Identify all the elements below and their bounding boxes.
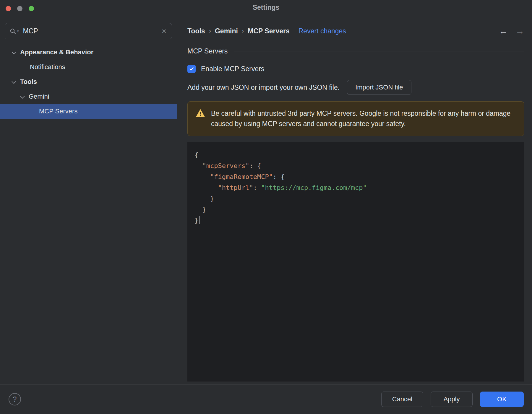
enable-mcp-servers-checkbox[interactable] [187,65,196,73]
chevron-down-icon[interactable] [12,50,16,54]
history-navigation: ← → [499,27,524,35]
search-input[interactable] [23,27,161,35]
sidebar-item-mcp-servers[interactable]: MCP Servers [0,104,177,119]
settings-tree: Appearance & Behavior Notifications Tool… [0,45,177,119]
code-line: } [194,193,517,204]
text-cursor [199,216,200,224]
sidebar-item-label: Appearance & Behavior [20,48,93,56]
json-punctuation: } [194,195,214,202]
code-line: "figmaRemoteMCP": { [194,171,517,182]
chevron-down-icon[interactable] [20,94,25,99]
window-title: Settings [0,4,532,12]
json-punctuation: : { [249,162,261,169]
breadcrumb-mcp-servers: MCP Servers [248,27,290,35]
chevron-down-icon: ▾ [17,29,19,33]
section-title: MCP Servers [187,47,228,55]
search-icon [10,28,16,35]
help-button[interactable]: ? [9,393,21,405]
warning-text: Be careful with untrusted 3rd party MCP … [211,108,516,129]
json-key: "httpUrl" [194,184,253,191]
add-json-text: Add your own JSON or import your own JSO… [187,84,340,92]
section-divider [234,51,524,51]
breadcrumb-separator-icon: › [209,27,211,35]
code-line: { [194,149,517,160]
json-punctuation: : { [273,173,285,180]
breadcrumb-separator-icon: › [242,27,244,35]
code-line: } [194,215,517,226]
json-punctuation: } [194,206,206,213]
sidebar-item-tools[interactable]: Tools [0,74,177,89]
apply-button[interactable]: Apply [431,392,473,407]
settings-window: Settings ▾ × Appearance & Behavior [0,0,532,414]
add-json-row: Add your own JSON or import your own JSO… [187,80,524,95]
ok-button[interactable]: OK [480,392,524,407]
dialog-buttons: Cancel Apply OK [381,392,524,407]
json-string-value: "https://mcp.figma.com/mcp" [261,184,367,191]
settings-sidebar: ▾ × Appearance & Behavior Notifications … [0,17,177,384]
sidebar-item-label: MCP Servers [39,107,77,115]
revert-changes-link[interactable]: Revert changes [299,27,346,35]
enable-mcp-servers-row[interactable]: Enable MCP Servers [187,65,524,73]
code-line: "httpUrl": "https://mcp.figma.com/mcp" [194,182,517,193]
section-header: MCP Servers [187,47,524,55]
sidebar-item-gemini[interactable]: Gemini [0,89,177,104]
forward-arrow-icon[interactable]: → [515,27,524,35]
json-key: "figmaRemoteMCP" [194,173,273,180]
checkmark-icon [189,66,194,71]
search-options-dropdown[interactable]: ▾ [10,28,19,35]
breadcrumb: Tools › Gemini › MCP Servers Revert chan… [187,27,524,35]
title-bar: Settings [0,0,532,17]
dialog-footer: ? Cancel Apply OK [0,384,532,414]
mcp-json-editor[interactable]: { "mcpServers": { "figmaRemoteMCP": { "h… [187,142,524,382]
back-arrow-icon[interactable]: ← [499,27,508,35]
sidebar-item-appearance-behavior[interactable]: Appearance & Behavior [0,45,177,60]
sidebar-item-label: Gemini [29,93,49,100]
sidebar-item-label: Notifications [30,63,65,71]
json-punctuation: { [194,151,198,159]
breadcrumb-tools[interactable]: Tools [187,27,205,35]
warning-icon [196,109,205,117]
code-line: } [194,204,517,215]
help-icon: ? [13,395,17,403]
json-punctuation: } [194,217,198,224]
cancel-button[interactable]: Cancel [381,392,423,407]
sidebar-item-notifications[interactable]: Notifications [0,60,177,74]
json-key: "mcpServers" [194,162,249,169]
breadcrumb-gemini[interactable]: Gemini [215,27,238,35]
code-line: "mcpServers": { [194,160,517,171]
sidebar-item-label: Tools [20,78,37,86]
enable-mcp-servers-label: Enable MCP Servers [201,65,264,73]
warning-banner: Be careful with untrusted 3rd party MCP … [187,101,524,136]
search-field[interactable]: ▾ × [5,23,172,39]
json-punctuation: : [253,184,261,191]
clear-search-icon[interactable]: × [161,27,167,35]
chevron-down-icon[interactable] [12,79,16,84]
settings-content-panel: Tools › Gemini › MCP Servers Revert chan… [177,17,532,384]
import-json-file-button[interactable]: Import JSON file [347,80,411,95]
